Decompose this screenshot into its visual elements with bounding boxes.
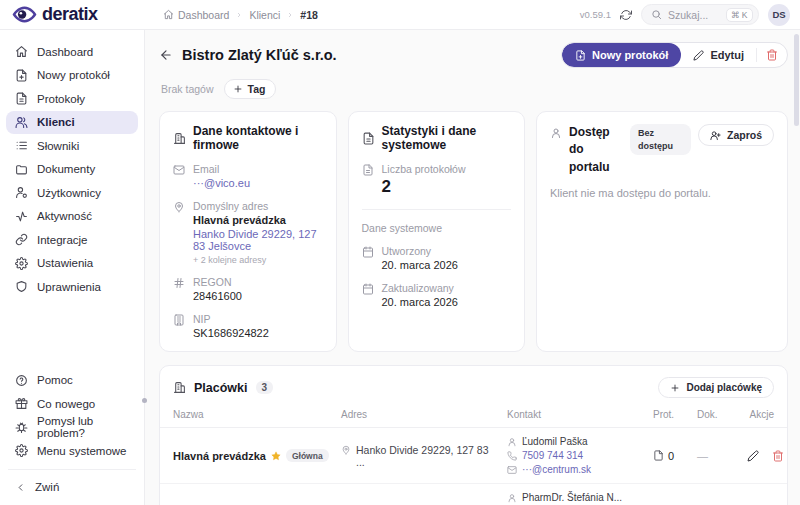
invite-button[interactable]: Zaproś bbox=[698, 124, 774, 146]
breadcrumb-current: #18 bbox=[300, 9, 318, 21]
facilities-title: Placówki bbox=[194, 381, 248, 395]
app-logo[interactable]: deratix bbox=[12, 4, 145, 25]
help-icon bbox=[15, 374, 28, 387]
building-icon bbox=[173, 381, 186, 394]
col-dok: Dok. bbox=[697, 409, 747, 420]
portal-card-title: Dostęp do portalu bbox=[569, 124, 621, 176]
table-row[interactable]: Hlavná prevádzka Główna Hanko Divide 292… bbox=[160, 428, 787, 484]
sidebar-item-nowy-protokol[interactable]: Nowy protokół bbox=[6, 64, 138, 88]
logo-eye-icon bbox=[12, 5, 37, 24]
sidebar-divider bbox=[8, 469, 136, 470]
protocols-count: 0 bbox=[668, 450, 674, 462]
sidebar-item-label: Integracje bbox=[37, 234, 88, 246]
sidebar-collapse-button[interactable]: Zwiń bbox=[6, 476, 138, 500]
address-label: Domyślny adres bbox=[193, 200, 323, 212]
sidebar-item-dashboard[interactable]: Dashboard bbox=[6, 40, 138, 64]
sidebar-resize-handle[interactable] bbox=[142, 398, 147, 403]
stats-card: Statystyki i dane systemowe Liczba proto… bbox=[348, 111, 526, 352]
sidebar-item-ustawienia[interactable]: Ustawienia bbox=[6, 252, 138, 276]
stats-card-title: Statystyki i dane systemowe bbox=[382, 124, 512, 152]
facilities-card: Placówki 3 Dodaj placówkę Nazwa Adres Ko… bbox=[159, 365, 788, 505]
address-name: Hlavná prevádzka bbox=[193, 214, 323, 226]
user-avatar[interactable]: DS bbox=[768, 4, 790, 26]
chevron-right-icon bbox=[235, 11, 243, 19]
search-shortcut: ⌘ K bbox=[726, 8, 753, 22]
home-icon bbox=[15, 45, 28, 58]
star-filled-icon bbox=[271, 451, 281, 461]
edit-facility-button[interactable] bbox=[747, 450, 759, 462]
facility-address: Hanko Divide 29229, 127 83 ... bbox=[356, 444, 499, 468]
sidebar-item-label: Klienci bbox=[37, 116, 75, 128]
gear-icon bbox=[15, 257, 28, 270]
contact-email[interactable]: ···@centrum.sk bbox=[522, 464, 591, 475]
delete-client-button[interactable] bbox=[757, 43, 787, 67]
bug-icon bbox=[15, 421, 28, 434]
sidebar-item-integracje[interactable]: Integracje bbox=[6, 228, 138, 252]
sidebar-item-dokumenty[interactable]: Dokumenty bbox=[6, 158, 138, 182]
nip-value: SK1686924822 bbox=[193, 327, 269, 339]
sidebar-item-aktywnosc[interactable]: Aktywność bbox=[6, 205, 138, 229]
sidebar-item-slowniki[interactable]: Słowniki bbox=[6, 134, 138, 158]
breadcrumb: Dashboard Klienci #18 bbox=[163, 9, 318, 21]
back-button[interactable] bbox=[159, 48, 173, 62]
refresh-icon[interactable] bbox=[620, 9, 632, 21]
email-value[interactable]: ···@vico.eu bbox=[193, 177, 250, 189]
edit-button[interactable]: Edytuj bbox=[681, 43, 756, 67]
mail-icon bbox=[173, 164, 185, 176]
sidebar-item-klienci[interactable]: Klienci bbox=[6, 111, 138, 135]
contact-phone[interactable]: 7509 744 314 bbox=[522, 450, 583, 461]
sidebar-item-label: Nowy protokół bbox=[37, 69, 110, 81]
breadcrumb-dashboard[interactable]: Dashboard bbox=[163, 9, 229, 21]
pencil-icon bbox=[693, 50, 704, 61]
chevron-left-icon bbox=[15, 482, 26, 493]
file-text-icon bbox=[653, 450, 664, 461]
col-actions: Akcje bbox=[747, 409, 774, 420]
table-row[interactable]: Sklad potravín Boris Street 879, 081 25 … bbox=[160, 484, 787, 505]
system-data-label: Dane systemowe bbox=[362, 222, 512, 234]
sidebar-item-label: Co nowego bbox=[37, 398, 95, 410]
search-input[interactable] bbox=[668, 9, 720, 21]
sidebar-item-pomysl-problem[interactable]: Pomysł lub problem? bbox=[6, 416, 138, 440]
trash-icon bbox=[772, 450, 784, 462]
arrow-left-icon bbox=[159, 48, 173, 62]
add-tag-button[interactable]: Tag bbox=[224, 79, 277, 99]
documents-count: — bbox=[697, 450, 747, 462]
address-value[interactable]: Hanko Divide 29229, 127 83 Jelšovce bbox=[193, 228, 323, 252]
contact-name: Ľudomil Paška bbox=[522, 436, 588, 447]
sidebar-item-uzytkownicy[interactable]: Użytkownicy bbox=[6, 181, 138, 205]
sidebar-item-label: Pomysł lub problem? bbox=[37, 415, 129, 439]
contact-card: Dane kontaktowe i firmowe Email ···@vico… bbox=[159, 111, 337, 352]
sidebar-item-uprawnienia[interactable]: Uprawnienia bbox=[6, 275, 138, 299]
table-header: Nazwa Adres Kontakt Prot. Dok. Akcje bbox=[160, 407, 787, 428]
calendar-icon bbox=[362, 246, 374, 258]
delete-facility-button[interactable] bbox=[772, 450, 784, 462]
list-icon bbox=[15, 139, 28, 152]
invite-label: Zaproś bbox=[727, 129, 762, 141]
map-pin-icon bbox=[173, 201, 185, 213]
user-gear-icon bbox=[15, 186, 28, 199]
created-label: Utworzony bbox=[382, 245, 458, 257]
map-pin-icon bbox=[341, 445, 351, 455]
building-icon bbox=[173, 314, 185, 326]
sidebar-item-label: Pomoc bbox=[37, 374, 73, 386]
protocols-count: 2 bbox=[382, 177, 466, 197]
sidebar-item-label: Słowniki bbox=[37, 140, 79, 152]
new-protocol-button[interactable]: Nowy protokół bbox=[562, 43, 681, 67]
sidebar-item-co-nowego[interactable]: Co nowego bbox=[6, 392, 138, 416]
sidebar-item-label: Dokumenty bbox=[37, 163, 95, 175]
breadcrumb-klienci[interactable]: Klienci bbox=[249, 9, 280, 21]
sidebar-item-protokoly[interactable]: Protokoły bbox=[6, 87, 138, 111]
more-addresses[interactable]: + 2 kolejne adresy bbox=[193, 255, 323, 265]
search-box[interactable]: ⌘ K bbox=[641, 4, 759, 25]
sidebar: Dashboard Nowy protokół Protokoły Klienc… bbox=[0, 30, 145, 505]
gift-icon bbox=[15, 397, 28, 410]
main-facility-badge: Główna bbox=[286, 449, 329, 462]
sidebar-item-menu-systemowe[interactable]: Menu systemowe bbox=[6, 439, 138, 463]
add-facility-button[interactable]: Dodaj placówkę bbox=[658, 377, 774, 398]
add-tag-label: Tag bbox=[248, 83, 266, 95]
page-scrollbar[interactable] bbox=[794, 34, 799, 126]
sidebar-item-pomoc[interactable]: Pomoc bbox=[6, 369, 138, 393]
mail-icon bbox=[507, 465, 517, 475]
trash-icon bbox=[766, 49, 778, 61]
link-icon bbox=[15, 233, 28, 246]
